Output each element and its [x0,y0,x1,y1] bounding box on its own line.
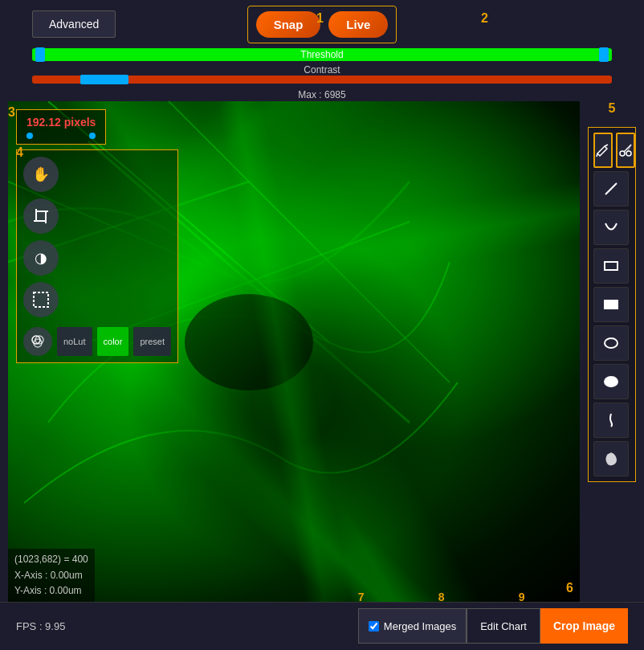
svg-point-26 [605,377,618,386]
rect-fill-button[interactable] [593,287,629,322]
svg-line-22 [605,183,617,194]
contrast-handle[interactable] [80,75,128,84]
bottom-right-controls: 7 8 9 Merged Images Edit Chart Crop Imag… [358,608,628,644]
max-label: Max : 6985 [298,89,345,100]
coords-position: (1023,682) = 400 [14,552,88,567]
tools-panel: ✋ ◑ [16,149,178,363]
pencil-icon [595,142,611,158]
circle-fill-button[interactable] [593,364,629,399]
zoom-icon [32,291,50,309]
crop-image-button[interactable]: Crop Image [540,608,628,644]
circle-fill-icon [603,374,619,390]
coords-y: Y-Axis : 0.00um [14,583,88,599]
curve-button[interactable] [593,210,629,245]
line-icon [603,181,619,197]
color-tools-row: noLut color preset [23,327,171,356]
contrast-label: Contrast [304,64,340,76]
preset-button[interactable]: preset [133,327,171,356]
threshold-bar[interactable]: Threshold [32,48,612,61]
pencil-button[interactable] [593,133,613,168]
circle-outline-icon [603,335,619,351]
label-4: 4 [16,145,23,160]
contrast-bar[interactable] [32,76,612,84]
right-tools-panel [588,127,636,482]
rect-outline-button[interactable] [593,248,629,284]
rect-outline-icon [603,258,619,274]
threshold-label: Threshold [300,49,343,60]
top-tools-row [593,133,630,168]
bottom-bar: FPS : 9.95 7 8 9 Merged Images Edit Char… [0,602,644,650]
threshold-handle-right[interactable] [599,47,609,62]
svg-line-16 [605,145,608,146]
zoom-tool-button[interactable] [23,282,59,317]
advanced-button[interactable]: Advanced [32,10,116,38]
right-tools-section: 5 [588,101,636,602]
rect-fill-icon [603,296,619,313]
svg-rect-24 [605,300,618,309]
svg-line-17 [597,153,597,157]
contrast-tool-button[interactable]: ◑ [23,240,59,276]
merged-images-group[interactable]: Merged Images [358,608,467,644]
top-bar: Advanced 1 Snap Live 2 [0,0,644,48]
pixel-dots [26,133,96,139]
sliders-section: Threshold Contrast Max : 6985 [0,48,644,101]
image-container[interactable]: 192.12 pixels ✋ ◑ [8,101,580,602]
bottom-label-9: 9 [519,591,525,603]
scissors-button[interactable] [616,133,635,168]
blob-button[interactable] [593,441,629,476]
crop-tool-button[interactable] [23,198,59,234]
label-1: 1 [316,11,324,26]
label-2: 2 [481,11,488,26]
blob-icon [603,451,619,467]
svg-point-6 [185,294,313,390]
line-button[interactable] [593,171,629,206]
circle-outline-button[interactable] [593,325,629,361]
threshold-row: Threshold [32,48,612,61]
svg-rect-7 [36,211,46,221]
contrast-row: Contrast [32,64,612,84]
max-label-row: Max : 6985 [16,87,628,101]
svg-line-3 [169,101,450,382]
bottom-label-7: 7 [358,591,365,603]
no-lut-button[interactable]: noLut [57,327,92,356]
content-area: 3 192. [0,101,644,602]
svg-rect-12 [34,292,48,307]
merged-checkbox[interactable] [369,621,379,632]
svg-point-25 [605,338,618,348]
color-button[interactable]: color [97,327,129,356]
label-3: 3 [8,105,15,120]
label-6: 6 [566,581,573,595]
free-draw-button[interactable] [593,403,629,438]
channels-icon [31,334,45,349]
pixel-box: 192.12 pixels [16,109,106,145]
label-5: 5 [609,101,616,116]
pixel-value: 192.12 pixels [26,116,96,129]
snap-button[interactable]: Snap [256,11,321,38]
dot-right [89,133,96,139]
dot-left [26,133,33,139]
free-draw-icon [603,412,619,428]
coords-display: (1023,682) = 400 X-Axis : 0.00um Y-Axis … [8,549,95,602]
channels-button[interactable] [23,327,52,356]
svg-rect-23 [605,262,618,270]
main-container: Advanced 1 Snap Live 2 Threshold Contras… [0,0,644,650]
merged-images-label: Merged Images [384,620,456,632]
live-button[interactable]: Live [328,11,388,38]
threshold-handle-left[interactable] [35,47,45,62]
hand-tool-button[interactable]: ✋ [23,157,59,192]
scissors-icon [618,142,634,158]
curve-icon [603,219,619,235]
crop-icon [32,207,50,225]
edit-chart-button[interactable]: Edit Chart [467,608,540,644]
coords-x: X-Axis : 0.00um [14,568,88,583]
fps-label: FPS : 9.95 [16,620,65,632]
bottom-label-8: 8 [438,591,445,603]
